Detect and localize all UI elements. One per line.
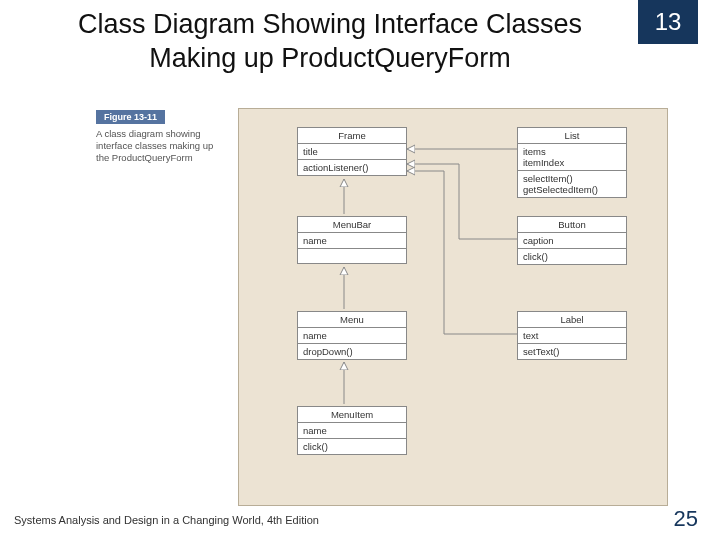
uml-class-frame: Frame title actionListener() [297,127,407,176]
diagram-panel: Frame title actionListener() List itemsi… [238,108,668,506]
uml-name: Frame [298,128,406,144]
slide: Class Diagram Showing Interface Classes … [0,0,720,540]
uml-ops: actionListener() [298,160,406,175]
header: Class Diagram Showing Interface Classes … [0,0,720,76]
footer-text: Systems Analysis and Design in a Changin… [14,514,319,526]
uml-attrs: text [518,328,626,344]
figure-caption: A class diagram showing interface classe… [96,128,226,164]
uml-name: Label [518,312,626,328]
uml-attrs: itemsitemIndex [518,144,626,171]
uml-class-menuitem: MenuItem name click() [297,406,407,455]
uml-ops: dropDown() [298,344,406,359]
uml-ops: click() [298,439,406,454]
uml-ops: setText() [518,344,626,359]
uml-attrs: title [298,144,406,160]
page-number: 25 [674,506,698,532]
uml-ops: selectItem()getSelectedItem() [518,171,626,197]
uml-class-label: Label text setText() [517,311,627,360]
uml-name: MenuItem [298,407,406,423]
uml-class-menubar: MenuBar name [297,216,407,264]
uml-name: Button [518,217,626,233]
slide-title: Class Diagram Showing Interface Classes … [40,8,620,76]
figure-label: Figure 13-11 [96,110,165,124]
uml-name: MenuBar [298,217,406,233]
uml-attrs: name [298,423,406,439]
content-area: Figure 13-11 A class diagram showing int… [78,110,658,510]
chapter-badge: 13 [638,0,698,44]
uml-attrs: caption [518,233,626,249]
uml-ops [298,249,406,263]
uml-class-list: List itemsitemIndex selectItem()getSelec… [517,127,627,198]
uml-name: List [518,128,626,144]
uml-class-button: Button caption click() [517,216,627,265]
uml-class-menu: Menu name dropDown() [297,311,407,360]
uml-ops: click() [518,249,626,264]
uml-attrs: name [298,233,406,249]
uml-name: Menu [298,312,406,328]
uml-attrs: name [298,328,406,344]
